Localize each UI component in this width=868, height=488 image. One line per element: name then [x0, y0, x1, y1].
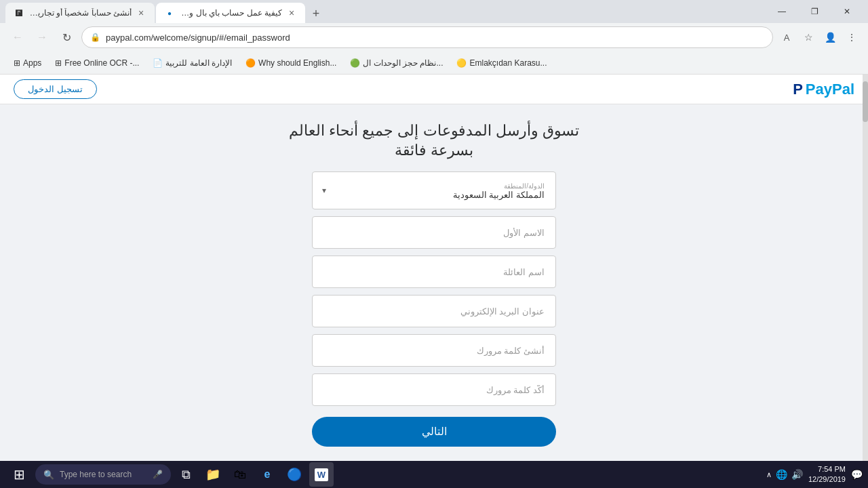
bookmarks-bar: ⊞ Apps ⊞ Free Online OCR -... 📄 الإدارة …	[0, 52, 868, 75]
url-text: paypal.com/welcome/signup/#/email_passwo…	[106, 33, 764, 43]
lock-icon: 🔒	[90, 33, 100, 42]
volume-icon[interactable]: 🔊	[791, 469, 803, 480]
minimize-button[interactable]: —	[766, 1, 797, 22]
time-text: 7:54 PM	[808, 464, 846, 474]
main-area: تسوق وأرسل المدفوعات إلى جميع أنحاء العا…	[289, 104, 579, 461]
browser-chrome: 🅿 أنشئ حساباً شخصياً أو تجارياً على اد ×…	[0, 0, 868, 488]
date-text: 12/29/2019	[808, 474, 846, 485]
maximize-button[interactable]: ❐	[799, 1, 830, 22]
tab-2-title: كيفية عمل حساب باي بال وربط بط	[179, 8, 282, 18]
microphone-icon: 🎤	[153, 470, 163, 479]
window-controls: — ❐ ✕	[766, 1, 863, 22]
login-button[interactable]: تسجيل الدخول	[14, 79, 97, 99]
task-view-icon: ⧉	[182, 468, 191, 482]
scrollbar-thumb[interactable]	[863, 81, 868, 122]
search-bar[interactable]: 🔍 Type here to search 🎤	[35, 464, 171, 485]
edge-button[interactable]: e	[255, 462, 279, 487]
email-input[interactable]	[312, 295, 556, 327]
bookmark-arabic[interactable]: 📄 الإدارة العامة للتربية	[147, 57, 237, 69]
bookmark-emlak[interactable]: 🟡 Emlakçıdan Karasu...	[451, 57, 552, 69]
country-field[interactable]: الدولة/المنطقة المملكة العربية السعودية …	[312, 171, 556, 209]
email-field	[312, 295, 556, 327]
arabic-label: الإدارة العامة للتربية	[165, 58, 232, 68]
confirm-password-input[interactable]	[312, 373, 556, 406]
search-placeholder-text: Type here to search	[60, 470, 132, 479]
country-label: الدولة/المنطقة	[340, 182, 545, 190]
start-button[interactable]: ⊞	[5, 464, 33, 485]
store-icon: 🛍	[234, 468, 246, 482]
microsoft-store-button[interactable]: 🛍	[228, 462, 252, 487]
tab-2-close[interactable]: ×	[286, 7, 297, 18]
title-bar: 🅿 أنشئ حساباً شخصياً أو تجارياً على اد ×…	[0, 0, 868, 23]
back-button[interactable]: ←	[8, 28, 27, 47]
tab-bar: 🅿 أنشئ حساباً شخصياً أو تجارياً على اد ×…	[5, 0, 766, 23]
emlak-label: Emlakçıdan Karasu...	[469, 58, 547, 68]
chrome-icon: 🔵	[287, 467, 302, 482]
tab-1[interactable]: 🅿 أنشئ حساباً شخصياً أو تجارياً على اد ×	[5, 3, 155, 23]
new-tab-button[interactable]: +	[307, 4, 326, 23]
english-icon: 🟠	[245, 58, 256, 68]
chrome-button[interactable]: 🔵	[282, 462, 307, 487]
signup-form: الدولة/المنطقة المملكة العربية السعودية …	[312, 171, 556, 447]
word-button[interactable]: W	[309, 462, 334, 487]
tab-2[interactable]: ● كيفية عمل حساب باي بال وربط بط ×	[156, 3, 305, 23]
paypal-logo-text: PayPal	[806, 81, 854, 98]
first-name-input[interactable]	[312, 216, 556, 249]
account-button[interactable]: 👤	[822, 29, 838, 45]
bookmark-ocr[interactable]: ⊞ Free Online OCR -...	[50, 57, 144, 69]
apps-label: Apps	[23, 58, 41, 68]
file-explorer-button[interactable]: 📁	[201, 462, 225, 487]
menu-button[interactable]: ⋮	[844, 29, 860, 45]
refresh-button[interactable]: ↻	[57, 28, 76, 47]
bookmark-english[interactable]: 🟠 Why should English...	[240, 57, 342, 69]
tab-1-title: أنشئ حساباً شخصياً أو تجارياً على اد	[28, 8, 132, 18]
paypal-logo: P PayPal	[793, 81, 854, 98]
scrollbar[interactable]	[863, 75, 868, 461]
headline-line2: بسرعة فائقة	[289, 142, 579, 159]
first-name-field	[312, 216, 556, 249]
tab-2-favicon: ●	[164, 7, 175, 18]
password-field	[312, 334, 556, 367]
headline-line1: تسوق وأرسل المدفوعات إلى جميع أنحاء العا…	[289, 121, 579, 142]
chevron-icon[interactable]: ∧	[766, 470, 772, 479]
ocr-label: Free Online OCR -...	[64, 58, 139, 68]
paypal-logo-icon: P	[793, 81, 803, 98]
translate-button[interactable]: A	[778, 29, 795, 45]
units-icon: 🟢	[350, 58, 360, 68]
ocr-icon: ⊞	[55, 58, 62, 68]
units-label: نظام حجز الوحدات ال...	[363, 58, 443, 68]
url-bar[interactable]: 🔒 paypal.com/welcome/signup/#/email_pass…	[81, 26, 773, 48]
taskbar-right-area: ∧ 🌐 🔊 7:54 PM 12/29/2019 💬	[766, 464, 863, 485]
emlak-icon: 🟡	[456, 58, 467, 68]
country-value: المملكة العربية السعودية	[340, 190, 545, 200]
network-icon[interactable]: 🌐	[776, 469, 787, 480]
time-display[interactable]: 7:54 PM 12/29/2019	[808, 464, 846, 485]
task-view-button[interactable]: ⧉	[174, 462, 198, 487]
chevron-down-icon: ▾	[322, 186, 326, 195]
last-name-input[interactable]	[312, 256, 556, 288]
bookmark-units[interactable]: 🟢 نظام حجز الوحدات ال...	[344, 57, 448, 69]
bookmark-apps[interactable]: ⊞ Apps	[8, 57, 47, 69]
notification-icon[interactable]: 💬	[851, 469, 863, 480]
word-icon: W	[315, 468, 328, 481]
folder-icon: 📁	[205, 467, 220, 482]
arabic-icon: 📄	[153, 58, 163, 68]
last-name-field	[312, 256, 556, 288]
search-icon: 🔍	[43, 470, 54, 480]
page-header: تسجيل الدخول P PayPal	[0, 75, 868, 104]
password-input[interactable]	[312, 334, 556, 367]
headline: تسوق وأرسل المدفوعات إلى جميع أنحاء العا…	[289, 121, 579, 159]
bookmark-star-button[interactable]: ☆	[800, 29, 816, 45]
windows-icon: ⊞	[14, 466, 25, 483]
taskbar: ⊞ 🔍 Type here to search 🎤 ⧉ 📁 🛍 e 🔵 W ∧	[0, 461, 868, 488]
english-label: Why should English...	[258, 58, 336, 68]
next-button[interactable]: التالي	[312, 417, 556, 447]
tab-1-close[interactable]: ×	[136, 7, 146, 18]
system-tray: ∧ 🌐 🔊	[766, 469, 803, 480]
confirm-password-field	[312, 373, 556, 406]
page-content: تسجيل الدخول P PayPal تسوق وأرسل المدفوع…	[0, 75, 868, 461]
edge-icon: e	[264, 468, 271, 481]
apps-icon: ⊞	[14, 58, 20, 68]
close-button[interactable]: ✕	[831, 1, 863, 22]
forward-button[interactable]: →	[33, 28, 52, 47]
